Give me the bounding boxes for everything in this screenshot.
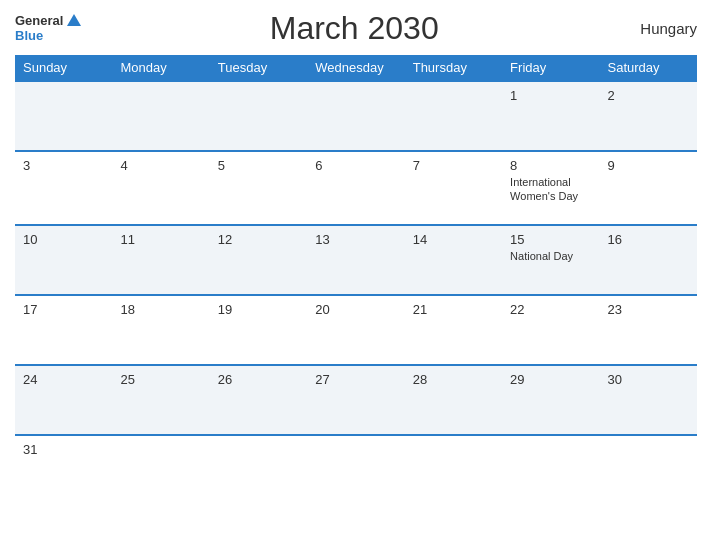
day-cell: 27 [307, 365, 404, 435]
logo-general-text: General [15, 14, 63, 28]
day-cell: 14 [405, 225, 502, 295]
day-number: 23 [608, 302, 689, 317]
day-number: 22 [510, 302, 591, 317]
day-number: 6 [315, 158, 396, 173]
day-cell: 19 [210, 295, 307, 365]
day-cell [600, 435, 697, 505]
day-cell: 13 [307, 225, 404, 295]
day-cell: 25 [112, 365, 209, 435]
event-text: International Women's Day [510, 175, 591, 204]
day-cell: 8International Women's Day [502, 151, 599, 225]
day-cell: 12 [210, 225, 307, 295]
logo-triangle-icon [67, 14, 81, 26]
day-cell [502, 435, 599, 505]
day-number: 2 [608, 88, 689, 103]
calendar-title: March 2030 [81, 10, 627, 47]
day-number: 26 [218, 372, 299, 387]
day-cell: 4 [112, 151, 209, 225]
day-cell: 11 [112, 225, 209, 295]
day-number: 7 [413, 158, 494, 173]
day-cell: 24 [15, 365, 112, 435]
logo: General Blue [15, 14, 81, 43]
day-number: 24 [23, 372, 104, 387]
day-cell: 30 [600, 365, 697, 435]
day-cell: 3 [15, 151, 112, 225]
day-number: 20 [315, 302, 396, 317]
day-number: 15 [510, 232, 591, 247]
day-number: 19 [218, 302, 299, 317]
day-number: 25 [120, 372, 201, 387]
day-cell: 1 [502, 81, 599, 151]
col-header-tuesday: Tuesday [210, 55, 307, 81]
week-row-1: 12 [15, 81, 697, 151]
day-number: 28 [413, 372, 494, 387]
day-cell [405, 435, 502, 505]
day-cell: 6 [307, 151, 404, 225]
day-cell: 17 [15, 295, 112, 365]
header-row: SundayMondayTuesdayWednesdayThursdayFrid… [15, 55, 697, 81]
day-cell: 28 [405, 365, 502, 435]
col-header-monday: Monday [112, 55, 209, 81]
day-cell: 21 [405, 295, 502, 365]
day-number: 16 [608, 232, 689, 247]
day-number: 8 [510, 158, 591, 173]
week-row-2: 345678International Women's Day9 [15, 151, 697, 225]
col-header-thursday: Thursday [405, 55, 502, 81]
day-cell: 20 [307, 295, 404, 365]
day-cell [307, 81, 404, 151]
day-number: 27 [315, 372, 396, 387]
day-cell [15, 81, 112, 151]
day-cell: 2 [600, 81, 697, 151]
calendar-header: General Blue March 2030 Hungary [15, 10, 697, 47]
day-cell [112, 81, 209, 151]
logo-blue-text: Blue [15, 29, 43, 43]
day-number: 30 [608, 372, 689, 387]
day-cell: 29 [502, 365, 599, 435]
week-row-3: 101112131415National Day16 [15, 225, 697, 295]
day-number: 18 [120, 302, 201, 317]
day-number: 13 [315, 232, 396, 247]
day-cell [210, 435, 307, 505]
day-number: 14 [413, 232, 494, 247]
day-cell: 7 [405, 151, 502, 225]
col-header-sunday: Sunday [15, 55, 112, 81]
day-cell: 22 [502, 295, 599, 365]
day-cell [112, 435, 209, 505]
day-number: 9 [608, 158, 689, 173]
event-text: National Day [510, 249, 591, 263]
day-number: 29 [510, 372, 591, 387]
week-row-5: 24252627282930 [15, 365, 697, 435]
col-header-friday: Friday [502, 55, 599, 81]
day-number: 4 [120, 158, 201, 173]
day-number: 31 [23, 442, 104, 457]
day-cell: 31 [15, 435, 112, 505]
day-number: 5 [218, 158, 299, 173]
day-cell [405, 81, 502, 151]
day-cell: 9 [600, 151, 697, 225]
day-number: 10 [23, 232, 104, 247]
calendar-container: General Blue March 2030 Hungary SundayMo… [0, 0, 712, 550]
col-header-saturday: Saturday [600, 55, 697, 81]
day-cell: 23 [600, 295, 697, 365]
week-row-4: 17181920212223 [15, 295, 697, 365]
day-number: 11 [120, 232, 201, 247]
day-cell [210, 81, 307, 151]
day-cell: 15National Day [502, 225, 599, 295]
calendar-table: SundayMondayTuesdayWednesdayThursdayFrid… [15, 55, 697, 505]
day-cell: 18 [112, 295, 209, 365]
day-cell [307, 435, 404, 505]
country-label: Hungary [627, 20, 697, 37]
day-cell: 16 [600, 225, 697, 295]
day-cell: 26 [210, 365, 307, 435]
day-number: 21 [413, 302, 494, 317]
day-number: 17 [23, 302, 104, 317]
week-row-6: 31 [15, 435, 697, 505]
day-cell: 10 [15, 225, 112, 295]
day-number: 12 [218, 232, 299, 247]
day-number: 1 [510, 88, 591, 103]
day-number: 3 [23, 158, 104, 173]
col-header-wednesday: Wednesday [307, 55, 404, 81]
day-cell: 5 [210, 151, 307, 225]
